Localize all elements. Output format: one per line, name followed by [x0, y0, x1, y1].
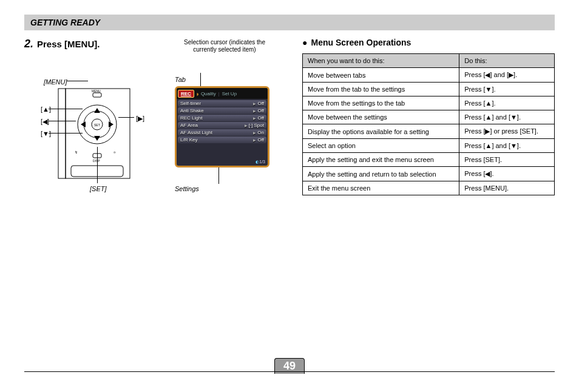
- camera-diagram: SET MENU DISP ↯ ⌾: [58, 88, 130, 179]
- svg-rect-0: [58, 89, 66, 178]
- step-text: Press [MENU].: [37, 39, 100, 49]
- right-heading: Menu Screen Operations: [311, 38, 411, 47]
- table-row: Select an optionPress [▲] and [▼].: [303, 139, 555, 153]
- table-row: Move between tabsPress [◀] and [▶].: [303, 68, 555, 83]
- label-menu: [MENU]: [44, 78, 67, 86]
- table-row: Move from the settings to the tabPress […: [303, 96, 555, 110]
- tab-setup: Set Up: [222, 91, 237, 96]
- label-settings: Settings: [175, 185, 199, 192]
- section-header: GETTING READY: [24, 15, 555, 30]
- svg-rect-1: [66, 89, 130, 178]
- svg-rect-9: [93, 93, 101, 97]
- th-want: When you want to do this:: [303, 54, 459, 68]
- label-tab: Tab: [175, 76, 186, 83]
- table-row: Apply the setting and exit the menu scre…: [303, 153, 555, 167]
- svg-marker-7: [81, 121, 86, 127]
- svg-marker-6: [94, 136, 100, 141]
- menu-rows: Self-timerOff Anti ShakeOff REC LightOff…: [177, 99, 268, 145]
- th-do: Do this:: [459, 54, 555, 68]
- label-right: [▶]: [136, 115, 144, 123]
- set-button-label: SET: [94, 123, 100, 127]
- svg-marker-5: [94, 108, 100, 113]
- operations-table: When you want to do this: Do this: Move …: [302, 53, 555, 195]
- label-down: [▼]: [41, 130, 51, 137]
- table-row: Move between the settingsPress [▲] and […: [303, 110, 555, 124]
- page-footer: 49: [24, 358, 555, 375]
- table-row: Display the options available for a sett…: [303, 124, 555, 139]
- step-number: 2.: [24, 38, 33, 50]
- tab-rec: REC: [178, 90, 194, 98]
- label-up: [▲]: [41, 106, 51, 113]
- svg-marker-8: [109, 121, 113, 127]
- bullet-icon: [302, 38, 311, 47]
- label-left: [◀]: [41, 118, 49, 126]
- cursor-note: Selection cursor (indicates the currentl…: [173, 39, 276, 53]
- figure-area: [MENU] [▲] [◀] [▼] [▶] [SET] Tab Setting…: [24, 53, 273, 192]
- svg-text:MENU: MENU: [92, 89, 101, 93]
- table-row: Apply the setting and return to tab sele…: [303, 167, 555, 181]
- svg-text:⌾: ⌾: [113, 150, 116, 154]
- tab-quality: Quality: [201, 91, 216, 96]
- table-row: Move from the tab to the settingsPress […: [303, 83, 555, 96]
- menu-screen: REC ◗ Quality | Set Up Self-timerOff Ant…: [175, 86, 269, 167]
- label-set: [SET]: [90, 185, 107, 192]
- table-row: Exit the menu screenPress [MENU].: [303, 181, 555, 195]
- svg-text:↯: ↯: [75, 150, 78, 154]
